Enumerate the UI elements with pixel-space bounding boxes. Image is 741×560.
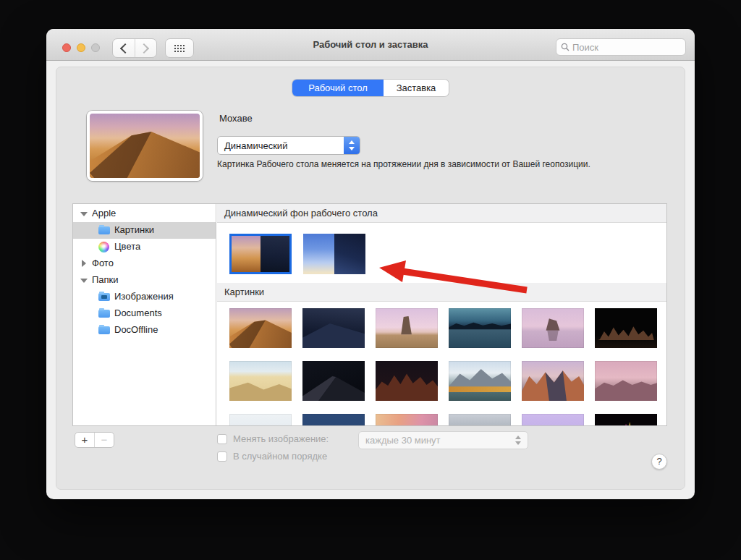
wallpaper-thumbnail[interactable] [522, 414, 584, 425]
wallpaper-thumbnail[interactable] [229, 414, 292, 425]
search-field[interactable] [556, 38, 686, 56]
select-stepper-icon [344, 137, 360, 154]
wallpaper-thumbnail[interactable] [302, 414, 365, 425]
folder-icon [98, 310, 110, 318]
current-wallpaper-preview [87, 111, 203, 181]
dynamic-section-header: Динамический фон рабочего стола [217, 204, 666, 223]
tab-screensaver[interactable]: Заставка [384, 80, 449, 96]
wallpaper-thumbnail[interactable] [595, 361, 657, 401]
random-order-checkbox[interactable] [217, 451, 227, 462]
chevron-left-icon [120, 43, 130, 53]
change-picture-checkbox[interactable] [217, 434, 227, 444]
nav-button-group [112, 38, 157, 58]
sidebar-item-pictures[interactable]: Картинки [73, 222, 216, 239]
chevron-right-icon [139, 43, 149, 53]
back-button[interactable] [113, 39, 135, 57]
titlebar[interactable]: Рабочий стол и заставка [46, 29, 695, 61]
sidebar-item-documents[interactable]: Documents [73, 305, 216, 322]
wallpaper-thumbnail[interactable] [376, 308, 438, 348]
grid-icon [174, 45, 185, 52]
random-order-label: В случайном порядке [233, 451, 327, 462]
tab-desktop[interactable]: Рабочий стол [292, 80, 384, 96]
change-picture-label: Менять изображение: [233, 433, 329, 444]
wallpaper-thumbnail[interactable] [449, 361, 511, 401]
wallpaper-thumbnail[interactable] [229, 361, 292, 401]
sidebar-item-images[interactable]: Изображения [73, 289, 216, 305]
wallpaper-thumbnail[interactable] [595, 414, 657, 425]
source-browser: Apple Картинки Цвета Фото Папки [72, 203, 667, 426]
dynamic-wallpaper-mojave-selected[interactable] [229, 234, 292, 274]
show-all-button[interactable] [165, 38, 194, 58]
wallpaper-description: Картинка Рабочего стола меняется на прот… [217, 159, 687, 169]
sidebar-item-colors[interactable]: Цвета [73, 239, 216, 255]
folder-icon [98, 226, 110, 234]
wallpaper-thumbnail[interactable] [595, 308, 657, 348]
wallpaper-thumbnail[interactable] [229, 308, 292, 348]
zoom-button [91, 43, 100, 52]
pictures-section-header: Картинки [217, 283, 666, 302]
disclosure-closed-icon[interactable] [82, 260, 86, 267]
search-icon [561, 43, 569, 51]
sidebar-group-apple[interactable]: Apple [73, 205, 216, 222]
wallpaper-thumbnail[interactable] [302, 361, 365, 401]
wallpaper-browser: Динамический фон рабочего стола Картинки [217, 204, 666, 425]
wallpaper-thumbnail[interactable] [522, 361, 584, 401]
color-wheel-icon [98, 242, 109, 253]
sidebar-item-docoffline[interactable]: DocOffline [73, 322, 216, 339]
wallpaper-name: Мохаве [219, 113, 253, 124]
wallpaper-thumbnail[interactable] [449, 308, 511, 348]
forward-button [135, 39, 157, 57]
close-button[interactable] [62, 43, 71, 52]
desktop-background: Рабочий стол и заставка Рабо [0, 0, 741, 560]
disclosure-open-icon[interactable] [80, 279, 88, 283]
wallpaper-thumbnail[interactable] [376, 414, 438, 425]
add-folder-button[interactable]: + [75, 433, 95, 447]
tab-bar: Рабочий стол Заставка [292, 80, 449, 96]
chevron-up-icon [515, 436, 521, 439]
add-remove-group: + − [75, 432, 114, 448]
sidebar-group-photos[interactable]: Фото [73, 255, 216, 272]
interval-select-value: каждые 30 минут [359, 432, 528, 449]
wallpaper-thumbnail[interactable] [449, 414, 511, 425]
help-button[interactable]: ? [651, 454, 667, 470]
source-sidebar: Apple Картинки Цвета Фото Папки [73, 204, 216, 425]
chevron-down-icon [515, 441, 521, 445]
minimize-button[interactable] [77, 43, 85, 52]
wallpaper-thumbnail[interactable] [376, 361, 438, 401]
photos-folder-icon [98, 293, 110, 301]
disclosure-open-icon[interactable] [80, 212, 88, 216]
system-preferences-window: Рабочий стол и заставка Рабо [46, 29, 695, 499]
style-select[interactable]: Динамический [217, 136, 360, 155]
mojave-preview-image [90, 114, 200, 178]
folder-icon [98, 326, 110, 334]
interval-select: каждые 30 минут [358, 431, 528, 449]
dynamic-wallpaper-solar[interactable] [303, 234, 365, 274]
remove-folder-button: − [95, 433, 114, 447]
style-select-value: Динамический [218, 140, 287, 151]
wallpaper-thumbnail[interactable] [302, 308, 365, 348]
search-input[interactable] [572, 42, 681, 53]
wallpaper-thumbnail[interactable] [522, 308, 584, 348]
sidebar-group-folders[interactable]: Папки [73, 272, 216, 289]
